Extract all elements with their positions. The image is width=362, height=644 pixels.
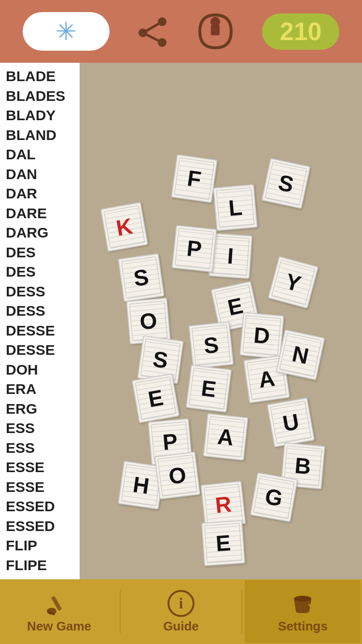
svg-line-54 xyxy=(213,273,248,275)
tile-letter: O xyxy=(167,462,187,490)
word-item: DOH xyxy=(6,360,80,380)
word-item: DES xyxy=(6,243,80,263)
tile-letter: D xyxy=(253,322,271,350)
tile-letter: K xyxy=(114,213,134,241)
word-item: BLADY xyxy=(6,106,80,126)
game-board[interactable]: KFLSSIOEYSSDEEANPAUHOBRGEP xyxy=(80,63,362,579)
svg-line-95 xyxy=(247,318,282,321)
tile-letter: P xyxy=(162,428,179,455)
letter-tile[interactable]: E xyxy=(201,520,245,566)
divider-2 xyxy=(241,590,242,633)
svg-line-150 xyxy=(207,453,242,457)
svg-point-6 xyxy=(210,17,220,27)
letter-tile[interactable]: G xyxy=(250,472,298,522)
word-item: ESSED xyxy=(6,517,80,536)
svg-line-166 xyxy=(122,501,157,505)
svg-line-39 xyxy=(123,259,157,264)
svg-line-110 xyxy=(142,413,177,419)
word-item: BLADES xyxy=(6,86,80,106)
tile-letter: H xyxy=(131,471,151,499)
word-item: DESSE xyxy=(6,340,80,360)
letter-tile[interactable]: O xyxy=(154,451,200,500)
settings-button[interactable]: Settings xyxy=(245,580,361,643)
letter-tile[interactable]: E xyxy=(186,364,232,413)
svg-line-174 xyxy=(163,491,198,495)
letter-tile[interactable]: F xyxy=(171,154,218,203)
word-list[interactable]: BLADEBLADESBLADYBLANDDALDANDARDAREDARGDE… xyxy=(0,63,80,579)
word-item: DARE xyxy=(6,204,80,224)
player-icon xyxy=(195,11,236,52)
letter-tile[interactable]: Y xyxy=(268,256,319,309)
player-button[interactable] xyxy=(195,11,236,52)
share-button[interactable] xyxy=(136,14,169,48)
svg-line-15 xyxy=(180,161,215,166)
letter-tile[interactable]: A xyxy=(203,413,249,461)
word-item: DAN xyxy=(6,165,80,184)
tile-letter: P xyxy=(185,235,203,263)
settings-label: Settings xyxy=(278,619,328,634)
word-item: ESS xyxy=(6,419,80,438)
power-button[interactable]: ✳ xyxy=(23,12,110,51)
svg-line-79 xyxy=(146,342,181,347)
svg-point-218 xyxy=(52,613,55,615)
guide-label: Guide xyxy=(163,619,199,634)
svg-line-46 xyxy=(127,293,162,297)
word-item: DAR xyxy=(6,184,80,204)
word-item: ESSE xyxy=(6,477,80,497)
letter-tile[interactable]: S xyxy=(262,158,311,209)
snowflake-icon: ✳ xyxy=(56,17,77,46)
word-item: ESSE xyxy=(6,458,80,477)
divider-1 xyxy=(120,590,121,633)
letter-tile[interactable]: D xyxy=(239,312,284,359)
svg-line-38 xyxy=(266,197,300,205)
tile-letter: A xyxy=(216,423,235,450)
svg-point-217 xyxy=(49,612,52,615)
score-value: 210 xyxy=(280,17,322,46)
word-item: DESS xyxy=(6,282,80,302)
word-item: FLIPE xyxy=(6,556,80,575)
svg-line-143 xyxy=(211,420,246,423)
word-item: ERG xyxy=(6,399,80,419)
new-game-icon xyxy=(46,590,73,617)
tile-letter: S xyxy=(152,346,170,374)
letter-tile[interactable]: S xyxy=(189,322,234,369)
letter-tile[interactable]: L xyxy=(213,184,258,231)
word-item: DESSE xyxy=(6,321,80,341)
svg-line-78 xyxy=(273,295,307,305)
letter-tile[interactable]: E xyxy=(132,373,180,423)
tile-letter: S xyxy=(132,264,151,292)
tile-letter: N xyxy=(290,340,311,369)
svg-line-151 xyxy=(272,404,306,410)
game-header: ✳ 210 xyxy=(0,0,362,63)
word-item: DES xyxy=(6,262,80,282)
tile-letter: Y xyxy=(283,268,304,297)
word-item: FLIP xyxy=(6,536,80,556)
settings-icon xyxy=(289,590,316,617)
letter-tile[interactable]: P xyxy=(172,225,217,272)
tile-letter: F xyxy=(186,165,203,192)
guide-button[interactable]: i Guide xyxy=(123,580,239,643)
svg-line-47 xyxy=(215,239,250,241)
tile-letter: G xyxy=(263,483,285,511)
svg-line-158 xyxy=(278,437,312,443)
letter-tile[interactable]: K xyxy=(100,202,148,252)
svg-line-191 xyxy=(260,479,295,485)
tile-letter: L xyxy=(227,194,243,221)
svg-line-135 xyxy=(152,424,187,427)
svg-point-222 xyxy=(294,596,311,602)
tile-letter: E xyxy=(200,375,218,402)
letter-tile[interactable]: U xyxy=(267,397,315,447)
svg-line-7 xyxy=(105,208,140,214)
svg-text:i: i xyxy=(179,594,183,612)
letter-tile[interactable]: S xyxy=(118,253,165,302)
tile-letter: R xyxy=(214,490,233,518)
svg-line-23 xyxy=(217,190,252,193)
new-game-button[interactable]: New Game xyxy=(1,580,117,643)
svg-line-14 xyxy=(111,241,146,248)
letter-tile[interactable]: N xyxy=(276,329,325,380)
svg-line-30 xyxy=(220,224,255,227)
svg-line-214 xyxy=(176,265,211,268)
word-item: FLIPED xyxy=(6,575,80,579)
svg-line-183 xyxy=(205,487,240,490)
svg-line-207 xyxy=(180,231,215,235)
